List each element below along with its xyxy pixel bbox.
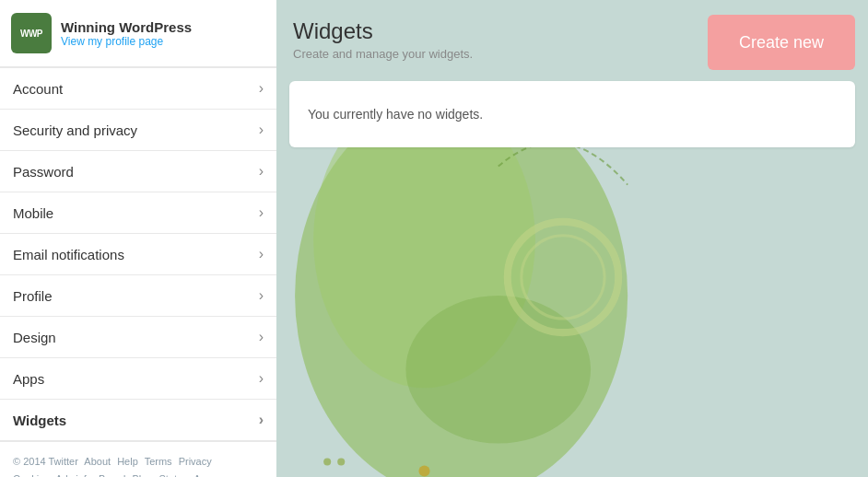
widgets-title-area: Widgets Create and manage your widgets. bbox=[289, 9, 476, 70]
chevron-icon: › bbox=[259, 163, 264, 180]
footer-copyright: © 2014 bbox=[13, 456, 46, 467]
sidebar-label-mobile: Mobile bbox=[13, 205, 53, 221]
svg-point-6 bbox=[323, 459, 331, 466]
footer-line2: Cookies Ads info Brand Blog Status Apps bbox=[13, 471, 264, 477]
main-content: Widgets Create and manage your widgets. … bbox=[276, 0, 868, 477]
sidebar-item-password: Password› bbox=[0, 151, 276, 192]
profile-header[interactable]: WWP Winning WordPress View my profile pa… bbox=[0, 0, 276, 67]
sidebar-link-profile[interactable]: Profile› bbox=[0, 275, 276, 316]
widgets-panel: Widgets Create and manage your widgets. … bbox=[289, 9, 855, 147]
footer-link-about[interactable]: About bbox=[84, 456, 111, 467]
chevron-icon: › bbox=[259, 329, 264, 345]
footer-link-cookies[interactable]: Cookies bbox=[13, 473, 50, 477]
svg-point-8 bbox=[418, 466, 429, 477]
empty-message: You currently have no widgets. bbox=[308, 107, 483, 122]
footer-link-apps[interactable]: Apps bbox=[194, 473, 217, 477]
sidebar-label-password: Password bbox=[13, 164, 74, 180]
sidebar: WWP Winning WordPress View my profile pa… bbox=[0, 0, 276, 477]
footer-link-privacy[interactable]: Privacy bbox=[179, 456, 212, 467]
chevron-icon: › bbox=[259, 246, 264, 262]
sidebar-link-design[interactable]: Design› bbox=[0, 317, 276, 357]
chevron-icon: › bbox=[259, 204, 264, 221]
sidebar-item-email-notifications: Email notifications› bbox=[0, 234, 276, 275]
create-new-button[interactable]: Create new bbox=[708, 15, 855, 70]
footer-link-help[interactable]: Help bbox=[117, 456, 138, 467]
sidebar-item-widgets: Widgets› bbox=[0, 400, 276, 441]
footer-line1: © 2014 Twitter About Help Terms Privacy bbox=[13, 453, 264, 471]
avatar-initials: WWP bbox=[20, 29, 42, 39]
sidebar-label-widgets: Widgets bbox=[13, 413, 66, 428]
svg-point-7 bbox=[337, 459, 345, 466]
footer-link-adsinfo[interactable]: Ads info bbox=[55, 473, 92, 477]
sidebar-item-account: Account› bbox=[0, 68, 276, 110]
footer-link-blog[interactable]: Blog bbox=[132, 473, 152, 477]
chevron-icon: › bbox=[259, 370, 264, 387]
footer-link-terms[interactable]: Terms bbox=[145, 456, 172, 467]
sidebar-label-profile: Profile bbox=[13, 288, 53, 304]
sidebar-link-widgets[interactable]: Widgets› bbox=[0, 400, 276, 440]
footer-link-twitter[interactable]: Twitter bbox=[49, 456, 78, 467]
avatar: WWP bbox=[11, 13, 52, 53]
sidebar-item-security-privacy: Security and privacy› bbox=[0, 110, 276, 151]
profile-link[interactable]: View my profile page bbox=[61, 35, 192, 48]
sidebar-item-profile: Profile› bbox=[0, 275, 276, 317]
chevron-icon: › bbox=[259, 287, 264, 304]
sidebar-label-account: Account bbox=[13, 81, 63, 97]
page-title: Widgets bbox=[293, 18, 473, 44]
widgets-empty-box: You currently have no widgets. bbox=[289, 81, 855, 147]
sidebar-label-design: Design bbox=[13, 330, 56, 345]
sidebar-link-password[interactable]: Password› bbox=[0, 151, 276, 192]
sidebar-item-apps: Apps› bbox=[0, 358, 276, 400]
sidebar-item-mobile: Mobile› bbox=[0, 192, 276, 234]
sidebar-label-apps: Apps bbox=[13, 371, 44, 387]
chevron-icon: › bbox=[259, 80, 264, 97]
sidebar-link-mobile[interactable]: Mobile› bbox=[0, 192, 276, 233]
nav-list: Account›Security and privacy›Password›Mo… bbox=[0, 67, 276, 441]
profile-info: Winning WordPress View my profile page bbox=[61, 19, 192, 48]
sidebar-link-security-privacy[interactable]: Security and privacy› bbox=[0, 110, 276, 150]
sidebar-label-security-privacy: Security and privacy bbox=[13, 122, 137, 138]
sidebar-item-design: Design› bbox=[0, 317, 276, 358]
profile-name: Winning WordPress bbox=[61, 19, 192, 35]
sidebar-label-email-notifications: Email notifications bbox=[13, 247, 124, 262]
sidebar-footer: © 2014 Twitter About Help Terms Privacy … bbox=[0, 441, 276, 477]
sidebar-link-apps[interactable]: Apps› bbox=[0, 358, 276, 399]
chevron-icon: › bbox=[259, 122, 264, 138]
sidebar-link-account[interactable]: Account› bbox=[0, 68, 276, 109]
sidebar-link-email-notifications[interactable]: Email notifications› bbox=[0, 234, 276, 274]
chevron-icon: › bbox=[259, 412, 264, 428]
page-subtitle: Create and manage your widgets. bbox=[293, 47, 473, 61]
footer-link-brand[interactable]: Brand bbox=[99, 473, 125, 477]
footer-link-status[interactable]: Status bbox=[159, 473, 188, 477]
widgets-header: Widgets Create and manage your widgets. … bbox=[289, 9, 855, 70]
